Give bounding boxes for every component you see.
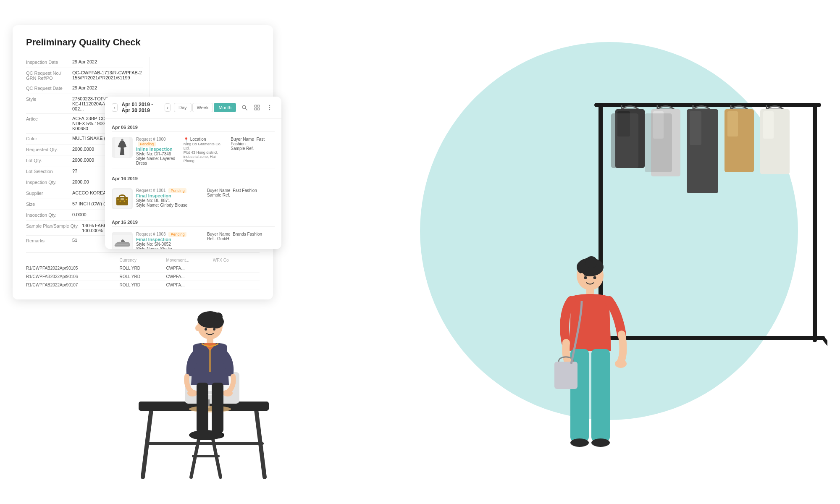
qc-label: Insoection Qty. bbox=[26, 212, 72, 218]
svg-rect-4 bbox=[255, 108, 257, 110]
table-cell bbox=[213, 266, 260, 270]
qc-label: Requested Qty. bbox=[26, 147, 72, 152]
calendar-nav: ‹ Apr 01 2019 - Apr 30 2019 › bbox=[112, 102, 171, 113]
event-sample: Sample Ref. bbox=[207, 193, 275, 197]
svg-rect-3 bbox=[257, 105, 260, 107]
svg-rect-79 bbox=[645, 113, 672, 172]
qc-label: Style bbox=[26, 96, 72, 102]
event-buyer: Buyer Name Brands Fashion bbox=[207, 232, 275, 236]
event-style-name: Style Name: Layered Dress bbox=[136, 156, 180, 165]
qc-label: Sample Plan/Sample Qty. bbox=[26, 223, 82, 228]
calendar-month-button[interactable]: Month bbox=[214, 103, 236, 112]
event-sample: Ref.: GmbH bbox=[207, 236, 275, 241]
event-style-name: Style Name: Girlody Blouse bbox=[136, 203, 204, 207]
event-info: Request # 1000 Pending Inline Inspection… bbox=[136, 137, 180, 165]
qc-field-qc-request-date: QC Request Date 29 Apr 2022 bbox=[26, 83, 143, 94]
calendar-prev-button[interactable]: ‹ bbox=[112, 103, 118, 112]
location-detail: Ning Bo Graments Co. Ltd.Plot 43 Hong di… bbox=[184, 142, 228, 163]
table-cell: CWPFA... bbox=[166, 283, 213, 287]
qc-label: Lot Selection bbox=[26, 168, 72, 174]
svg-point-7 bbox=[269, 107, 270, 108]
svg-point-61 bbox=[579, 273, 584, 280]
svg-point-15 bbox=[120, 201, 121, 202]
svg-point-60 bbox=[593, 276, 596, 279]
event-thumbnail bbox=[112, 232, 133, 249]
bag-icon bbox=[113, 189, 131, 208]
content-area: Preliminary Quality Check Inspection Dat… bbox=[0, 0, 840, 504]
calendar-action-icons bbox=[239, 102, 275, 113]
svg-rect-77 bbox=[763, 111, 774, 139]
table-cell: CWPFA... bbox=[166, 274, 213, 279]
calendar-search-button[interactable] bbox=[239, 102, 249, 113]
qc-label: Size bbox=[26, 201, 72, 207]
event-name: Final Inspection bbox=[136, 193, 204, 198]
qc-label: Supplier bbox=[26, 190, 72, 196]
event-thumbnail bbox=[112, 188, 133, 209]
svg-point-42 bbox=[205, 328, 207, 331]
qc-label: Artice bbox=[26, 116, 72, 121]
svg-point-0 bbox=[242, 105, 246, 109]
calendar-view-buttons: Day Week Month bbox=[174, 103, 236, 112]
shoe-icon bbox=[113, 235, 132, 249]
svg-line-67 bbox=[823, 338, 827, 349]
svg-rect-54 bbox=[591, 349, 610, 441]
calendar-grid-button[interactable] bbox=[252, 102, 262, 113]
svg-point-17 bbox=[124, 201, 125, 202]
qc-value: QC-CWPFAB-1713/R-CWPFAB-2155/PR2021/PR20… bbox=[72, 70, 143, 80]
svg-rect-5 bbox=[257, 108, 260, 110]
more-icon bbox=[267, 105, 273, 110]
calendar-event[interactable]: Request # 1001 Pending Final Inspection … bbox=[112, 186, 275, 212]
table-row: R1/CWPFAB2022Apr90106 ROLL YRD CWPFA... bbox=[26, 273, 260, 281]
calendar-section-date: Apr 16 2019 bbox=[112, 217, 275, 227]
qc-value: 2000.0000 bbox=[72, 158, 94, 163]
event-name: Final Inspection bbox=[136, 237, 204, 242]
calendar-date-section: Apr 16 2019 bbox=[105, 170, 281, 214]
pending-badge: Pending bbox=[138, 142, 156, 147]
calendar-body: Apr 06 2019 Request # 1000 Pending bbox=[105, 119, 281, 249]
table-cell: ROLL YRD bbox=[119, 283, 166, 287]
event-buyer-block: Buyer Name Brands Fashion Ref.: GmbH bbox=[207, 232, 275, 249]
calendar-day-button[interactable]: Day bbox=[174, 103, 192, 112]
qc-table: Currency Movement... WFX Co R1/CWPFAB202… bbox=[26, 252, 260, 289]
event-style: Style No: DR-7346 bbox=[136, 152, 180, 156]
table-cell: R1/CWPFAB2022Apr90105 bbox=[26, 266, 119, 270]
event-buyer-block: Buyer Name Fast Fashion Sample Ref. bbox=[207, 188, 275, 209]
event-location: 📍 Location bbox=[184, 137, 228, 142]
event-request: Request # 1001 Pending bbox=[136, 188, 204, 193]
calendar-more-button[interactable] bbox=[265, 102, 275, 113]
svg-rect-78 bbox=[611, 113, 638, 168]
event-request: Request # 1003 Pending bbox=[136, 232, 204, 237]
location-label: Location bbox=[190, 137, 206, 142]
calendar-header: ‹ Apr 01 2019 - Apr 30 2019 › Day Week M… bbox=[105, 97, 281, 119]
qc-label: QC Request No./GRN Ref/PO bbox=[26, 70, 72, 81]
calendar-week-button[interactable]: Week bbox=[192, 103, 213, 112]
svg-point-14 bbox=[118, 199, 119, 200]
qc-table-header: Currency Movement... WFX Co bbox=[26, 256, 260, 264]
event-style: Style No: SN-0052 bbox=[136, 242, 204, 247]
table-col-header bbox=[26, 258, 119, 262]
event-buyer-block: Buyer Name Fast Fashion Sample Ref. bbox=[231, 137, 275, 165]
calendar-section-date: Apr 06 2019 bbox=[112, 122, 275, 132]
table-cell bbox=[213, 283, 260, 287]
grid-icon bbox=[254, 105, 260, 110]
search-icon bbox=[242, 105, 247, 110]
qc-label: Lot Qty. bbox=[26, 158, 72, 163]
svg-point-37 bbox=[223, 390, 233, 396]
pending-badge: Pending bbox=[168, 188, 186, 193]
svg-point-55 bbox=[570, 438, 589, 447]
svg-rect-2 bbox=[255, 105, 257, 107]
calendar-event[interactable]: Request # 1003 Pending Final Inspection … bbox=[112, 229, 275, 249]
calendar-event[interactable]: Request # 1000 Pending Inline Inspection… bbox=[112, 134, 275, 168]
svg-rect-57 bbox=[554, 362, 578, 389]
event-info: Request # 1001 Pending Final Inspection … bbox=[136, 188, 204, 209]
table-col-header-movement: Movement... bbox=[166, 258, 213, 262]
event-sample: Sample Ref. bbox=[231, 146, 275, 151]
svg-point-30 bbox=[189, 406, 231, 412]
shopping-person-illustration bbox=[517, 208, 664, 504]
svg-point-43 bbox=[213, 328, 215, 331]
table-row: R1/CWPFAB2022Apr90107 ROLL YRD CWPFA... bbox=[26, 281, 260, 289]
event-thumbnail bbox=[112, 137, 133, 158]
calendar-next-button[interactable]: › bbox=[165, 103, 171, 112]
event-request: Request # 1000 Pending bbox=[136, 137, 180, 147]
table-cell: R1/CWPFAB2022Apr90107 bbox=[26, 283, 119, 287]
